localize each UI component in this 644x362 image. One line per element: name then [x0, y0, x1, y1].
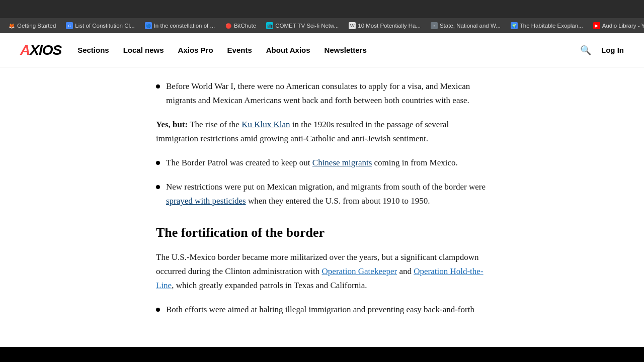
- bullet-item-2: The Border Patrol was created to keep ou…: [156, 156, 488, 170]
- nav-right: 🔍 Log In: [580, 45, 624, 56]
- yes-but-text: The rise of the: [188, 120, 242, 129]
- yes-but-paragraph: Yes, but: The rise of the Ku Klux Klan i…: [156, 118, 488, 146]
- site-wrapper: AXIOS Sections Local news Axios Pro Even…: [0, 33, 644, 362]
- bullet-item-4: Both efforts were aimed at halting illeg…: [156, 303, 488, 317]
- bullet-text-3: New restrictions were put on Mexican mig…: [166, 180, 488, 208]
- bookmark-constitution[interactable]: C List of Constitution Cl...: [62, 21, 138, 30]
- article-content: Before World War I, there were no Americ…: [146, 67, 498, 347]
- section-heading-fortification: The fortification of the border: [156, 224, 488, 241]
- bookmark-icon-state: t: [431, 22, 438, 29]
- bullet3-post: when they entered the U.S. from about 19…: [246, 196, 430, 206]
- bookmark-icon-yt: ▶: [593, 22, 600, 29]
- bullet-text-1: Before World War I, there were no Americ…: [166, 79, 488, 108]
- para1-mid: and: [397, 266, 414, 276]
- pesticides-link[interactable]: sprayed with pesticides: [166, 196, 246, 206]
- axios-logo[interactable]: AXIOS: [20, 42, 61, 58]
- login-button[interactable]: Log In: [601, 46, 624, 54]
- bookmarks-bar: 🦊 Getting Started C List of Constitution…: [0, 18, 644, 33]
- bullet-text-4: Both efforts were aimed at halting illeg…: [166, 303, 488, 317]
- bullet-list-1: Before World War I, there were no Americ…: [156, 79, 488, 108]
- kkk-link[interactable]: Ku Klux Klan: [242, 120, 290, 129]
- bookmark-icon-constitution: C: [66, 22, 73, 29]
- bookmark-icon-wiki: W: [349, 22, 356, 29]
- bullet-list-3: Both efforts were aimed at halting illeg…: [156, 303, 488, 317]
- nav-about[interactable]: About Axios: [266, 46, 310, 54]
- bullet-dot-4: [156, 308, 160, 312]
- bookmark-constellation[interactable]: 🔵 In the constellation of ...: [141, 21, 219, 30]
- bookmark-bitchute[interactable]: 🔴 BitChute: [221, 21, 260, 30]
- bullet-dot-2: [156, 161, 160, 165]
- nav-links: Sections Local news Axios Pro Events Abo…: [77, 46, 580, 54]
- bookmark-audio-library[interactable]: ▶ Audio Library - YouTube: [589, 21, 644, 30]
- nav-local-news[interactable]: Local news: [123, 46, 164, 54]
- bullet-text-2: The Border Patrol was created to keep ou…: [166, 156, 488, 170]
- bookmark-icon-comettv: 📺: [266, 22, 273, 29]
- para1-post: , which greatly expanded patrols in Texa…: [172, 281, 367, 290]
- bullet2-pre: The Border Patrol was created to keep ou…: [166, 158, 312, 167]
- firefox-icon: 🦊: [8, 22, 15, 29]
- bullet2-post: coming in from Mexico.: [372, 158, 457, 167]
- nav-sections[interactable]: Sections: [77, 46, 109, 54]
- nav-events[interactable]: Events: [227, 46, 252, 54]
- nav-newsletters[interactable]: Newsletters: [325, 46, 367, 54]
- browser-chrome: [0, 0, 644, 18]
- bookmark-icon-bitchute: 🔴: [225, 22, 232, 29]
- bullet-dot-1: [156, 84, 160, 88]
- chinese-migrants-link[interactable]: Chinese migrants: [312, 158, 372, 167]
- operation-gatekeeper-link[interactable]: Operation Gatekeeper: [322, 266, 397, 276]
- bookmark-getting-started[interactable]: 🦊 Getting Started: [4, 21, 60, 30]
- nav-axios-pro[interactable]: Axios Pro: [178, 46, 213, 54]
- search-icon[interactable]: 🔍: [580, 45, 591, 56]
- bookmark-comettv[interactable]: 📺 COMET TV Sci-fi Netw...: [262, 21, 343, 30]
- bullet-item-1: Before World War I, there were no Americ…: [156, 79, 488, 108]
- bookmark-icon-constellation: 🔵: [145, 22, 152, 29]
- bullet-list-2: The Border Patrol was created to keep ou…: [156, 156, 488, 208]
- yes-but-label: Yes, but:: [156, 120, 188, 129]
- bullet-dot-3: [156, 185, 160, 189]
- body-para-1: The U.S.-Mexico border became more milit…: [156, 250, 488, 293]
- bottom-bar: [0, 347, 644, 362]
- bookmark-icon-habitable: 🌍: [511, 22, 518, 29]
- bookmark-wikipedia[interactable]: W 10 Most Potentially Ha...: [345, 21, 425, 30]
- navbar: AXIOS Sections Local news Axios Pro Even…: [0, 33, 644, 67]
- bullet-item-3: New restrictions were put on Mexican mig…: [156, 180, 488, 208]
- bookmark-habitable[interactable]: 🌍 The Habitable Exoplan...: [507, 21, 587, 30]
- bookmark-state-national[interactable]: t State, National and W...: [427, 21, 505, 30]
- bullet3-pre: New restrictions were put on Mexican mig…: [166, 182, 486, 192]
